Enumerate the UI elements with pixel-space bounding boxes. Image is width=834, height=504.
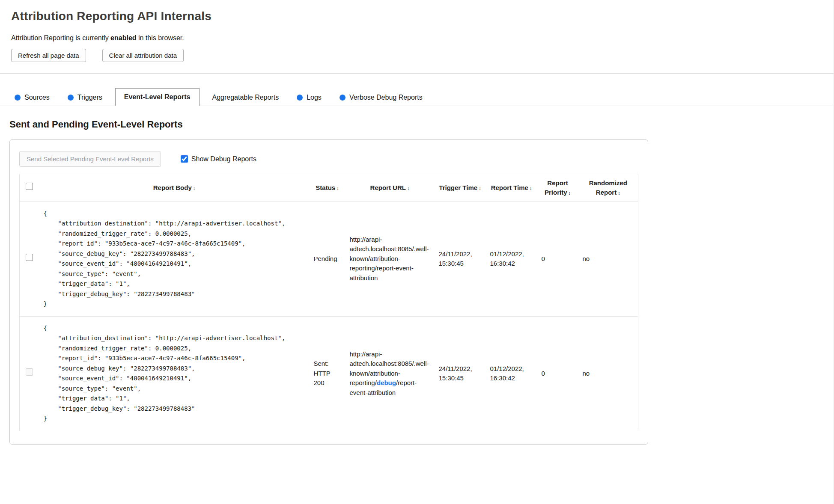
report-status: Sent: HTTP 200 [310,316,346,431]
column-header-report-time[interactable]: Report Time↕ [486,174,537,202]
select-all-header [20,174,39,202]
show-debug-label: Show Debug Reports [191,155,256,163]
column-label: Report Body [153,184,192,191]
report-url: http://arapi-adtech.localhost:8085/.well… [346,316,435,431]
sort-icon: ↕ [618,190,620,196]
show-debug-checkbox[interactable] [181,155,188,163]
clear-all-button[interactable]: Clear all attribution data [102,49,184,62]
report-time: 01/12/2022, 16:30:42 [486,316,537,431]
sort-icon: ↕ [193,186,196,191]
column-header-report-priority[interactable]: Report Priority↕ [537,174,578,202]
column-label: Report Time [491,184,528,191]
sort-icon: ↕ [569,190,571,196]
triggers-status-dot-icon [68,95,74,101]
column-header-randomized-report[interactable]: Randomized Report↕ [578,174,638,202]
report-body-json: { "attribution_destination": "http://ara… [44,209,305,309]
top-button-row: Refresh all page data Clear all attribut… [11,49,822,62]
tab-event-level-reports-label: Event-Level Reports [124,93,191,101]
logs-status-dot-icon [297,95,303,101]
report-row-sent: { "attribution_destination": "http://ara… [20,316,638,431]
sort-icon: ↕ [407,186,410,191]
column-header-status[interactable]: Status↕ [310,174,346,202]
trigger-time: 24/11/2022, 15:30:45 [435,316,486,431]
row-select-cell [20,316,39,431]
report-priority: 0 [537,316,578,431]
sort-icon: ↕ [479,186,481,191]
report-row-pending: { "attribution_destination": "http://ara… [20,202,638,316]
tab-sources-label: Sources [24,94,50,101]
event-level-reports-panel: Send Selected Pending Event-Level Report… [9,139,648,445]
status-prefix: Attribution Reporting is currently [11,34,110,42]
report-status: Pending [310,202,346,316]
select-all-checkbox[interactable] [26,183,33,190]
randomized-report: no [578,202,638,316]
reports-table: Report Body↕ Status↕ Report URL↕ Trigger… [19,174,638,431]
column-header-trigger-time[interactable]: Trigger Time↕ [435,174,486,202]
column-label: Randomized Report [589,179,627,196]
section-heading: Sent and Pending Event-Level Reports [9,119,834,130]
status-suffix: in this browser. [137,34,184,42]
page-divider [0,73,834,74]
sources-status-dot-icon [15,95,21,101]
report-url: http://arapi-adtech.localhost:8085/.well… [346,202,435,316]
report-url-text: http://arapi-adtech.localhost:8085/.well… [350,236,429,282]
column-header-report-body[interactable]: Report Body↕ [39,174,310,202]
attribution-internals-page: Attribution Reporting API Internals Attr… [0,0,834,504]
report-body-cell: { "attribution_destination": "http://ara… [39,202,310,316]
trigger-time: 24/11/2022, 15:30:45 [435,202,486,316]
tab-event-level-reports[interactable]: Event-Level Reports [115,88,200,106]
tab-aggregatable-reports-label: Aggregatable Reports [212,94,279,101]
send-selected-button[interactable]: Send Selected Pending Event-Level Report… [19,151,161,167]
tab-logs[interactable]: Logs [292,89,327,106]
sort-icon: ↕ [337,186,339,191]
column-label: Report URL [370,184,406,191]
tab-sources[interactable]: Sources [9,89,55,106]
tab-bar: Sources Triggers Event-Level Reports Agg… [0,88,834,106]
tab-triggers-label: Triggers [77,94,102,101]
randomized-report: no [578,316,638,431]
row-select-cell [20,202,39,316]
report-body-json: { "attribution_destination": "http://ara… [44,323,305,424]
verbose-debug-status-dot-icon [340,95,346,101]
tab-triggers[interactable]: Triggers [63,89,107,106]
page-title: Attribution Reporting API Internals [11,9,822,23]
report-controls-row: Send Selected Pending Event-Level Report… [19,151,638,167]
column-header-report-url[interactable]: Report URL↕ [346,174,435,202]
debug-path-highlight: debug [377,379,396,386]
column-label: Report Priority [545,179,568,196]
column-label: Trigger Time [439,184,477,191]
tab-aggregatable-reports[interactable]: Aggregatable Reports [207,89,284,106]
report-priority: 0 [537,202,578,316]
refresh-all-button[interactable]: Refresh all page data [11,49,86,62]
tab-verbose-debug-reports-label: Verbose Debug Reports [349,94,423,101]
report-body-cell: { "attribution_destination": "http://ara… [39,316,310,431]
row-select-checkbox-disabled [26,368,33,376]
tab-verbose-debug-reports[interactable]: Verbose Debug Reports [334,89,428,106]
row-select-checkbox[interactable] [26,254,33,261]
column-label: Status [316,184,335,191]
status-line: Attribution Reporting is currently enabl… [11,34,822,42]
status-enabled-text: enabled [110,34,136,42]
tab-logs-label: Logs [307,94,322,101]
show-debug-toggle[interactable]: Show Debug Reports [181,155,256,163]
sort-icon: ↕ [530,186,532,191]
report-time: 01/12/2022, 16:30:42 [486,202,537,316]
table-header-row: Report Body↕ Status↕ Report URL↕ Trigger… [20,174,638,202]
